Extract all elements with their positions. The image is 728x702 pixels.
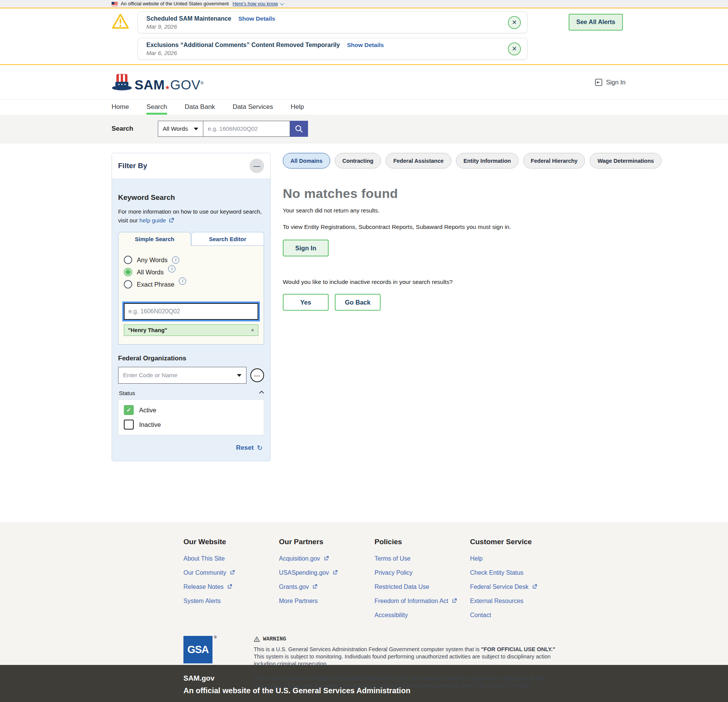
chip-remove-icon[interactable]: × — [251, 327, 254, 333]
alert-card: Exclusions “Additional Comments” Content… — [138, 38, 527, 60]
federal-organizations-select[interactable] — [118, 367, 246, 384]
footer-link[interactable]: More Partners — [279, 598, 375, 605]
footer-link[interactable]: Accessibility — [375, 612, 470, 619]
federal-organizations-input[interactable] — [118, 372, 237, 379]
radio-all-words-label: All Words — [137, 269, 164, 276]
no-matches-heading: No matches found — [283, 186, 608, 201]
footer-link[interactable]: Freedom of Information Act — [375, 598, 470, 605]
show-details-link[interactable]: Show Details — [347, 42, 384, 48]
footer-link[interactable]: Restricted Data Use — [375, 584, 470, 590]
close-icon[interactable]: ✕ — [508, 16, 521, 29]
results-area: All Domains Contracting Federal Assistan… — [283, 153, 608, 311]
svg-text:★ ★ ★: ★ ★ ★ — [118, 83, 126, 86]
sam-gov-logo[interactable]: ★ ★ ★ SAM★GOV® — [112, 73, 204, 91]
main-nav: Home Search Data Bank Data Services Help — [0, 99, 728, 115]
search-submit-button[interactable] — [290, 121, 308, 137]
help-guide-link[interactable]: help guide — [139, 217, 166, 224]
checkbox-inactive[interactable] — [124, 420, 134, 430]
content: Filter By — Keyword Search For more info… — [0, 143, 728, 522]
domain-pill-wage-determinations[interactable]: Wage Determinations — [590, 153, 662, 169]
alert-card: Scheduled SAM Maintenance Show Details M… — [138, 11, 527, 33]
simple-search-panel: Any Words i All Words i Exact Phrase i "… — [118, 246, 264, 345]
footer-link[interactable]: Contact — [470, 612, 566, 619]
footer-link[interactable]: Check Entity Status — [470, 569, 566, 576]
header-sign-in-link[interactable]: Sign In — [595, 78, 626, 86]
nav-item-help[interactable]: Help — [290, 100, 304, 115]
nav-item-data-services[interactable]: Data Services — [233, 100, 273, 115]
checkbox-inactive-label: Inactive — [139, 421, 161, 428]
sign-in-label: Sign In — [606, 79, 626, 86]
nav-item-home[interactable]: Home — [112, 100, 129, 115]
reset-link[interactable]: Reset — [236, 444, 254, 452]
footer-link[interactable]: Privacy Policy — [375, 569, 470, 576]
search-band: Search All Words — [0, 115, 728, 143]
sign-in-button[interactable]: Sign In — [283, 240, 329, 256]
keyword-search-input[interactable] — [124, 303, 258, 320]
info-icon[interactable]: i — [172, 256, 179, 264]
radio-all-words[interactable] — [124, 268, 132, 276]
close-icon[interactable]: ✕ — [508, 42, 521, 55]
footer-link[interactable]: Release Notes — [183, 584, 279, 590]
site-header: ★ ★ ★ SAM★GOV® Sign In — [0, 65, 728, 99]
footer-link[interactable]: Our Community — [183, 569, 279, 576]
domain-pill-all-domains[interactable]: All Domains — [283, 153, 330, 169]
nav-item-data-bank[interactable]: Data Bank — [185, 100, 215, 115]
keyword-chip: "Henry Thang" × — [124, 324, 258, 336]
warning-paragraph-1: This is a U.S. General Services Administ… — [254, 646, 559, 668]
radio-exact-phrase[interactable] — [124, 280, 132, 289]
nav-item-search[interactable]: Search — [146, 100, 167, 115]
alert-title: Exclusions “Additional Comments” Content… — [146, 42, 340, 48]
footer-link[interactable]: Acquisition.gov — [279, 555, 375, 562]
footer-link[interactable]: USASpending.gov — [279, 569, 375, 576]
info-icon[interactable]: i — [168, 265, 175, 272]
gov-banner-text: An official website of the United States… — [121, 1, 229, 6]
show-details-link[interactable]: Show Details — [238, 15, 275, 22]
external-link-icon — [532, 584, 537, 590]
more-options-button[interactable]: ... — [250, 368, 264, 382]
footer-link[interactable]: System Alerts — [183, 598, 279, 605]
search-type-select[interactable]: All Words — [158, 121, 203, 137]
footer-heading-customer-service: Customer Service — [470, 538, 566, 546]
chevron-up-icon[interactable] — [259, 391, 264, 396]
select-arrow-icon — [194, 128, 198, 130]
checkbox-active[interactable]: ✓ — [124, 405, 134, 415]
collapse-filters-button[interactable]: — — [250, 159, 264, 173]
yes-button[interactable]: Yes — [283, 294, 329, 311]
info-icon[interactable]: i — [179, 277, 186, 285]
footer-link[interactable]: About This Site — [183, 555, 279, 562]
chevron-down-icon[interactable] — [280, 2, 284, 5]
logo-gov-text: GOV — [170, 77, 200, 92]
search-input[interactable] — [203, 121, 290, 137]
radio-any-words[interactable] — [124, 256, 132, 264]
tab-search-editor[interactable]: Search Editor — [191, 232, 264, 246]
gsa-registered-mark: ® — [214, 635, 216, 639]
footer-link[interactable]: External Resources — [470, 598, 566, 605]
warning-icon — [254, 636, 260, 642]
external-link-icon — [313, 584, 318, 590]
external-link-icon — [333, 569, 338, 576]
keyword-search-heading: Keyword Search — [118, 193, 264, 202]
heres-how-link[interactable]: Here’s how you know — [233, 1, 278, 6]
domain-pill-federal-assistance[interactable]: Federal Assistance — [386, 153, 451, 169]
footer-heading-policies: Policies — [375, 538, 470, 546]
see-all-alerts-button[interactable]: See All Alerts — [569, 14, 623, 31]
reset-icon[interactable]: ↻ — [257, 444, 263, 452]
go-back-button[interactable]: Go Back — [335, 294, 381, 311]
footer-link[interactable]: Help — [470, 555, 566, 562]
footer-link[interactable]: Terms of Use — [375, 555, 470, 562]
keyword-chip-label: "Henry Thang" — [128, 327, 167, 333]
external-link-icon — [227, 584, 232, 590]
checkbox-active-label: Active — [139, 407, 156, 414]
footer-link[interactable]: Grants.gov — [279, 584, 375, 590]
filter-panel: Filter By — Keyword Search For more info… — [112, 153, 271, 461]
search-icon — [295, 125, 303, 133]
footer-link[interactable]: Federal Service Desk — [470, 584, 566, 590]
select-arrow-icon — [237, 374, 242, 377]
domain-pill-federal-hierarchy[interactable]: Federal Hierarchy — [523, 153, 585, 169]
tab-simple-search[interactable]: Simple Search — [118, 232, 191, 246]
domain-pill-entity-information[interactable]: Entity Information — [456, 153, 519, 169]
domain-pill-contracting[interactable]: Contracting — [335, 153, 381, 169]
external-link-icon — [452, 598, 457, 605]
sign-in-required-text: To view Entity Registrations, Subcontrac… — [283, 223, 538, 231]
logo-star: ★ — [165, 84, 170, 91]
